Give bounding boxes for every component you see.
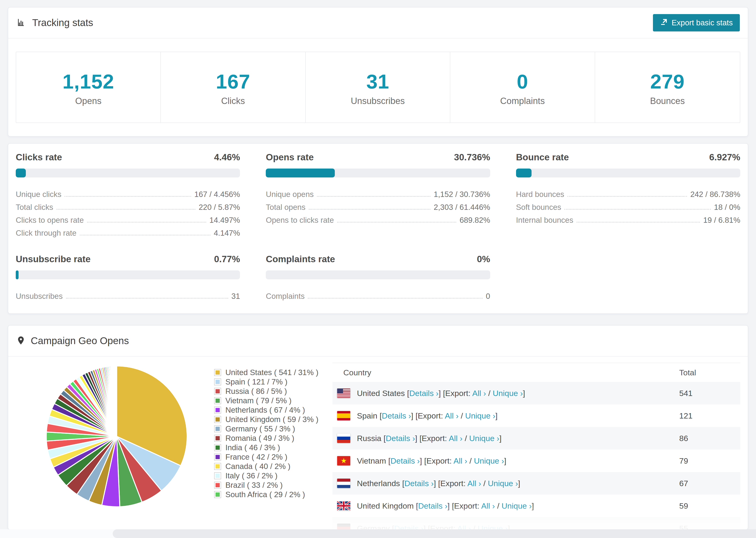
details-link[interactable]: Details › [409,389,439,398]
rate-title: Bounce rate [516,152,569,162]
rate-title: Opens rate [266,152,314,162]
legend-swatch [214,397,221,404]
legend-item: Spain ( 121 / 7% ) [214,377,318,387]
stat-label: Opens to clicks rate [266,216,334,225]
export-all-link[interactable]: All › [467,479,481,488]
export-all-link[interactable]: All › [445,411,459,420]
export-all-link[interactable]: All › [481,501,495,510]
export-all-link[interactable]: All › [472,389,486,398]
rate-value: 0% [477,254,490,264]
details-link[interactable]: Details › [391,456,420,465]
rate-stat-row: Soft bounces 18 / 0% [516,199,740,212]
dotted-leader [80,235,211,236]
bounce-rate-block: Bounce rate 6.927% Hard bounces 242 / 86… [516,152,740,238]
stat-value: 18 / 0% [714,203,740,212]
rate-value: 4.46% [214,152,240,162]
rate-stat-row: Opens to clicks rate 689.82% [266,212,490,225]
total-cell: 55 [679,524,740,530]
details-link[interactable]: Details › [382,411,411,420]
geo-table: Country Total United States [Details ›] … [333,363,740,530]
legend-item: Brazil ( 33 / 2% ) [214,480,318,490]
export-unique-link[interactable]: Unique › [477,524,508,530]
rate-stat-row: Total clicks 220 / 5.87% [16,199,240,212]
dotted-leader [337,222,456,223]
total-cell: 67 [679,479,740,488]
summary-value: 0 [450,70,594,93]
rate-progress-fill [516,169,531,178]
export-all-link[interactable]: All › [449,434,462,443]
stat-label: Unique clicks [16,190,61,199]
details-link[interactable]: Details › [418,501,448,510]
export-unique-link[interactable]: Unique › [469,434,499,443]
export-all-link[interactable]: All › [457,524,471,530]
total-cell: 79 [679,456,740,465]
complaints-rate-block: Complaints rate 0% Complaints 0 [266,254,490,301]
total-column-header: Total [679,368,740,377]
details-link[interactable]: Details › [394,524,423,530]
legend-item: Netherlands ( 67 / 4% ) [214,405,318,415]
unsubscribe-rate-block: Unsubscribe rate 0.77% Unsubscribes 31 [16,254,240,301]
export-icon [660,18,668,28]
stat-label: Unique opens [266,190,314,199]
details-link[interactable]: Details › [404,479,434,488]
legend-label: Spain ( 121 / 7% ) [225,377,287,386]
summary-complaints: 0 Complaints [450,52,595,123]
rate-stat-row: Unsubscribes 31 [16,288,240,301]
stat-value: 2,303 / 61.446% [434,203,490,212]
rate-stat-row: Internal bounces 19 / 6.81% [516,212,740,225]
legend-swatch [214,406,221,413]
summary-unsubscribes: 31 Unsubscribes [306,52,450,123]
legend-label: Vietnam ( 79 / 5% ) [225,396,292,405]
country-cell: Spain [Details ›] [Export: All › / Uniqu… [357,411,673,420]
table-row-vietnam: ★Vietnam [Details ›] [Export: All › / Un… [333,450,740,472]
legend-label: Brazil ( 33 / 2% ) [225,481,283,490]
legend-swatch [214,482,221,489]
summary-value: 167 [161,70,305,93]
campaign-geo-opens-card: Campaign Geo Opens United States ( 541 /… [8,325,748,530]
legend-item: Russia ( 86 / 5% ) [214,387,318,396]
country-column-header: Country [343,368,679,377]
export-basic-stats-button[interactable]: Export basic stats [653,14,740,31]
summary-label: Opens [16,96,160,106]
stat-label: Total clicks [16,203,53,212]
stat-label: Total opens [266,203,305,212]
export-unique-link[interactable]: Unique › [465,411,495,420]
country-name: Vietnam [357,456,386,465]
rate-progress-fill [16,270,19,279]
geo-legend: United States ( 541 / 31% )Spain ( 121 /… [214,368,318,530]
legend-label: Netherlands ( 67 / 4% ) [225,405,305,414]
rate-progress-track [266,169,490,178]
legend-label: Italy ( 36 / 2% ) [225,471,278,480]
details-link[interactable]: Details › [386,434,415,443]
rate-progress-track [516,169,740,178]
export-unique-link[interactable]: Unique › [493,389,523,398]
geo-pie-wrap [44,364,189,509]
flag-gb-icon [337,501,350,511]
export-unique-link[interactable]: Unique › [488,479,518,488]
country-cell: Vietnam [Details ›] [Export: All › / Uni… [357,456,673,465]
horizontal-scrollbar-thumb[interactable] [113,529,756,538]
dotted-leader [308,298,482,298]
export-unique-link[interactable]: Unique › [474,456,504,465]
stat-value: 689.82% [459,216,490,225]
dotted-leader [65,196,191,197]
horizontal-scrollbar-track[interactable] [0,529,756,538]
dotted-leader [317,196,430,197]
export-all-link[interactable]: All › [454,456,467,465]
country-name: Germany [357,524,390,530]
legend-item: Romania ( 49 / 3% ) [214,434,318,443]
legend-label: India ( 46 / 3% ) [225,443,280,452]
legend-swatch [214,416,221,423]
rate-progress-track [16,169,240,178]
legend-swatch [214,388,221,395]
flag-ru-icon [337,434,350,443]
table-row-germany: Germany [Details ›] [Export: All › / Uni… [333,517,740,530]
export-unique-link[interactable]: Unique › [502,501,532,510]
legend-item: United Kingdom ( 59 / 3% ) [214,415,318,424]
legend-item: India ( 46 / 3% ) [214,443,318,452]
country-name: Netherlands [357,479,400,488]
geo-table-body: United States [Details ›] [Export: All ›… [333,382,740,530]
country-cell: Germany [Details ›] [Export: All › / Uni… [357,524,673,530]
table-row-spain: Spain [Details ›] [Export: All › / Uniqu… [333,404,740,427]
summary-clicks: 167 Clicks [161,52,305,123]
